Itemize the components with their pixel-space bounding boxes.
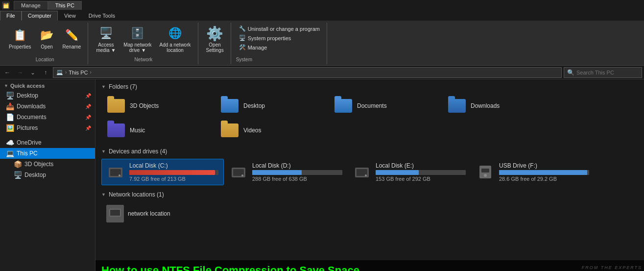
- sidebar-thispc-label: This PC: [17, 150, 91, 157]
- pin-icon-pictures: 📌: [85, 125, 91, 131]
- path-icon: 💻: [56, 69, 63, 75]
- drive-c-info: Local Disk (C:) 7.92 GB free of 213 GB: [129, 162, 218, 182]
- search-input[interactable]: [576, 70, 635, 75]
- folder-icon-downloads: [447, 97, 467, 115]
- recent-locations-button[interactable]: ⌄: [27, 67, 38, 78]
- sidebar-item-pictures[interactable]: 🖼️ Pictures 📌: [0, 123, 95, 133]
- up-button[interactable]: ↑: [40, 67, 51, 78]
- sidebar-pictures-label: Pictures: [17, 124, 82, 131]
- quick-access-label: Quick access: [10, 83, 45, 89]
- drive-c-bar: [129, 170, 215, 175]
- tab-drive-tools[interactable]: Drive Tools: [82, 11, 121, 21]
- ribbon-network-buttons: 🖥️ Accessmedia ▼ 🗄️ Map networkdrive ▼ 🌐…: [93, 25, 193, 54]
- sidebar-item-3dobjects[interactable]: 📦 3D Objects: [0, 159, 95, 170]
- sidebar-item-downloads[interactable]: 📥 Downloads 📌: [0, 101, 95, 112]
- network-location-item[interactable]: network location: [101, 202, 175, 225]
- uninstall-label: Uninstall or change a program: [248, 26, 320, 32]
- desktop-icon: 🖥️: [6, 92, 14, 99]
- folder-documents[interactable]: Documents: [329, 94, 441, 118]
- svg-rect-15: [112, 218, 119, 219]
- quick-access-header[interactable]: ▼ Quick access: [0, 81, 95, 90]
- access-media-button[interactable]: 🖥️ Accessmedia ▼: [93, 25, 119, 54]
- sidebar-documents-label: Documents: [17, 114, 82, 121]
- folder-videos-label: Videos: [243, 127, 261, 134]
- address-path[interactable]: 💻 › This PC ›: [53, 67, 562, 78]
- ntfs-text: How to use NTFS File Compression to Save…: [101, 264, 359, 271]
- ribbon-group-system: 🔧 Uninstall or change a program 🖥️ Syste…: [232, 23, 327, 64]
- drive-f-bar: [499, 170, 587, 175]
- forward-button[interactable]: →: [15, 67, 25, 78]
- folders-chevron[interactable]: ▼: [101, 84, 106, 89]
- folder-downloads[interactable]: Downloads: [442, 94, 555, 118]
- properties-icon: 📋: [12, 27, 28, 43]
- manage-label: Manage: [248, 45, 267, 50]
- drives-section-label: Devices and drives (4): [109, 148, 167, 155]
- system-props-label: System properties: [248, 35, 291, 41]
- map-network-drive-button[interactable]: 🗄️ Map networkdrive ▼: [120, 25, 154, 54]
- drive-c-icon: [107, 163, 124, 181]
- open-icon: 📂: [39, 27, 55, 43]
- drive-c[interactable]: Local Disk (C:) 7.92 GB free of 213 GB: [101, 159, 224, 185]
- thispc-icon: 💻: [6, 149, 14, 157]
- title-bar: 🗂️ Manage This PC: [0, 0, 644, 11]
- network-chevron[interactable]: ▼: [101, 192, 106, 197]
- system-props-icon: 🖥️: [239, 35, 246, 41]
- title-bar-tabs: Manage This PC: [14, 1, 82, 10]
- tab-thispc[interactable]: This PC: [48, 1, 82, 10]
- folder-videos[interactable]: Videos: [215, 119, 328, 142]
- tab-view[interactable]: View: [58, 11, 82, 21]
- sidebar-item-onedrive[interactable]: ☁️ OneDrive: [0, 137, 95, 148]
- drives-chevron[interactable]: ▼: [101, 149, 106, 154]
- path-separator: ›: [65, 70, 67, 75]
- system-group-label: System: [236, 55, 323, 62]
- tab-manage[interactable]: Manage: [14, 1, 48, 10]
- folder-icon-videos: [220, 122, 239, 139]
- drive-e-icon: [353, 163, 371, 181]
- tab-file[interactable]: File: [0, 11, 22, 21]
- settings-icon: ⚙️: [207, 25, 223, 41]
- drive-c-name: Local Disk (C:): [129, 162, 218, 169]
- back-button[interactable]: ←: [2, 67, 13, 78]
- network-section-label: Network locations (1): [109, 191, 164, 198]
- pictures-icon: 🖼️: [6, 124, 14, 132]
- drives-grid: Local Disk (C:) 7.92 GB free of 213 GB: [101, 159, 638, 185]
- sidebar-item-documents[interactable]: 📄 Documents 📌: [0, 112, 95, 123]
- uninstall-button[interactable]: 🔧 Uninstall or change a program: [236, 25, 323, 33]
- ribbon-group-network: 🖥️ Accessmedia ▼ 🗄️ Map networkdrive ▼ 🌐…: [89, 23, 198, 64]
- drive-c-free: 7.92 GB free of 213 GB: [129, 176, 218, 182]
- settings-label: OpenSettings: [206, 42, 224, 53]
- drive-e[interactable]: Local Disk (E:) 153 GB free of 292 GB: [348, 159, 471, 185]
- open-settings-button[interactable]: ⚙️ OpenSettings: [203, 25, 227, 54]
- drive-f[interactable]: USB Drive (F:) 28.6 GB free of 29.2 GB: [472, 159, 594, 185]
- sidebar-desktop-sub-label: Desktop: [24, 172, 91, 178]
- drive-d-bar: [252, 170, 302, 175]
- folder-3d-objects[interactable]: 3D Objects: [101, 94, 214, 118]
- drive-e-free: 153 GB free of 292 GB: [376, 176, 466, 182]
- add-network-location-button[interactable]: 🌐 Add a networklocation: [157, 25, 194, 54]
- sidebar-onedrive-label: OneDrive: [17, 139, 91, 146]
- drive-d[interactable]: Local Disk (D:) 288 GB free of 638 GB: [225, 159, 347, 185]
- sidebar-item-desktop[interactable]: 🖥️ Desktop 📌: [0, 90, 95, 101]
- address-bar: ← → ⌄ ↑ 💻 › This PC › 🔍: [0, 66, 644, 79]
- folders-section-label: Folders (7): [109, 83, 137, 90]
- tab-computer[interactable]: Computer: [22, 11, 58, 21]
- desktop-sub-icon: 🖥️: [14, 171, 22, 179]
- svg-point-2: [119, 174, 120, 176]
- search-box: 🔍: [564, 67, 642, 78]
- drive-f-name: USB Drive (F:): [499, 162, 589, 169]
- rename-button[interactable]: ✏️ Rename: [60, 25, 84, 52]
- system-properties-button[interactable]: 🖥️ System properties: [236, 34, 323, 42]
- folder-music[interactable]: Music: [101, 119, 214, 142]
- sidebar-item-thispc[interactable]: 💻 This PC: [0, 148, 95, 159]
- open-button[interactable]: 📂 Open: [36, 25, 58, 52]
- properties-button[interactable]: 📋 Properties: [6, 25, 34, 52]
- sidebar-item-desktop-sub[interactable]: 🖥️ Desktop: [0, 170, 95, 180]
- folder-desktop-label: Desktop: [243, 102, 265, 109]
- drive-f-icon: [477, 163, 494, 181]
- manage-button[interactable]: 🛠️ Manage: [236, 43, 323, 51]
- folder-icon-3d: [106, 97, 126, 115]
- pin-icon-documents: 📌: [85, 115, 91, 120]
- folder-desktop[interactable]: Desktop: [215, 94, 328, 118]
- ribbon-tab-row: File Computer View Drive Tools: [0, 11, 644, 21]
- svg-point-11: [484, 174, 487, 177]
